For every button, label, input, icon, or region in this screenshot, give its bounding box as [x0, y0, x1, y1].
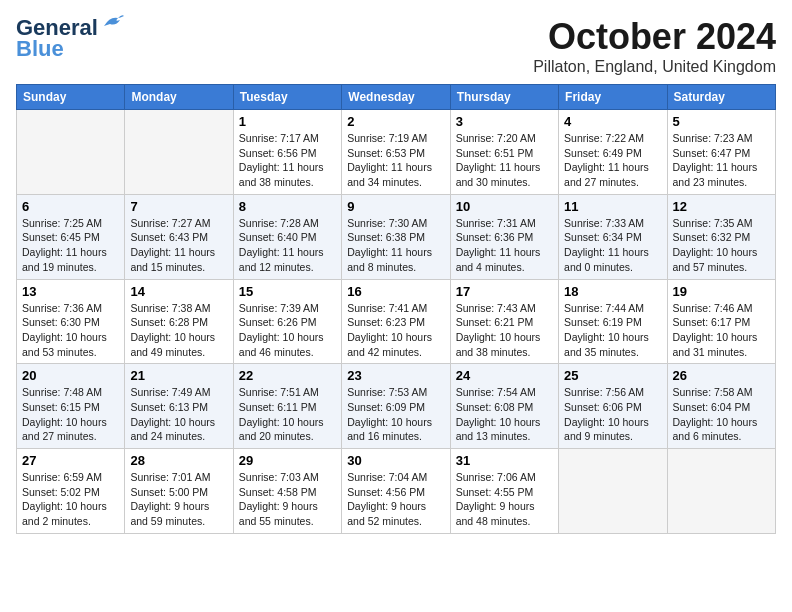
calendar-cell: 22Sunrise: 7:51 AM Sunset: 6:11 PM Dayli…: [233, 364, 341, 449]
day-info: Sunrise: 7:39 AM Sunset: 6:26 PM Dayligh…: [239, 301, 336, 360]
logo-bird-icon: [102, 14, 124, 30]
day-number: 20: [22, 368, 119, 383]
calendar-week-row: 6Sunrise: 7:25 AM Sunset: 6:45 PM Daylig…: [17, 194, 776, 279]
logo-blue: Blue: [16, 36, 64, 62]
calendar-cell: 29Sunrise: 7:03 AM Sunset: 4:58 PM Dayli…: [233, 449, 341, 534]
header-monday: Monday: [125, 85, 233, 110]
calendar-header-row: SundayMondayTuesdayWednesdayThursdayFrid…: [17, 85, 776, 110]
calendar-week-row: 27Sunrise: 6:59 AM Sunset: 5:02 PM Dayli…: [17, 449, 776, 534]
day-info: Sunrise: 7:31 AM Sunset: 6:36 PM Dayligh…: [456, 216, 553, 275]
day-info: Sunrise: 7:44 AM Sunset: 6:19 PM Dayligh…: [564, 301, 661, 360]
calendar-cell: [559, 449, 667, 534]
day-number: 26: [673, 368, 770, 383]
day-info: Sunrise: 7:54 AM Sunset: 6:08 PM Dayligh…: [456, 385, 553, 444]
day-number: 30: [347, 453, 444, 468]
calendar-cell: [125, 110, 233, 195]
day-number: 31: [456, 453, 553, 468]
calendar-cell: 10Sunrise: 7:31 AM Sunset: 6:36 PM Dayli…: [450, 194, 558, 279]
calendar-cell: 9Sunrise: 7:30 AM Sunset: 6:38 PM Daylig…: [342, 194, 450, 279]
calendar-cell: 31Sunrise: 7:06 AM Sunset: 4:55 PM Dayli…: [450, 449, 558, 534]
day-info: Sunrise: 6:59 AM Sunset: 5:02 PM Dayligh…: [22, 470, 119, 529]
day-number: 23: [347, 368, 444, 383]
day-info: Sunrise: 7:38 AM Sunset: 6:28 PM Dayligh…: [130, 301, 227, 360]
header-saturday: Saturday: [667, 85, 775, 110]
day-info: Sunrise: 7:25 AM Sunset: 6:45 PM Dayligh…: [22, 216, 119, 275]
day-number: 8: [239, 199, 336, 214]
day-number: 3: [456, 114, 553, 129]
day-number: 2: [347, 114, 444, 129]
calendar-cell: 17Sunrise: 7:43 AM Sunset: 6:21 PM Dayli…: [450, 279, 558, 364]
calendar-cell: 19Sunrise: 7:46 AM Sunset: 6:17 PM Dayli…: [667, 279, 775, 364]
calendar-cell: 16Sunrise: 7:41 AM Sunset: 6:23 PM Dayli…: [342, 279, 450, 364]
day-info: Sunrise: 7:46 AM Sunset: 6:17 PM Dayligh…: [673, 301, 770, 360]
day-number: 13: [22, 284, 119, 299]
day-info: Sunrise: 7:58 AM Sunset: 6:04 PM Dayligh…: [673, 385, 770, 444]
day-info: Sunrise: 7:35 AM Sunset: 6:32 PM Dayligh…: [673, 216, 770, 275]
calendar-cell: 2Sunrise: 7:19 AM Sunset: 6:53 PM Daylig…: [342, 110, 450, 195]
day-info: Sunrise: 7:17 AM Sunset: 6:56 PM Dayligh…: [239, 131, 336, 190]
day-info: Sunrise: 7:43 AM Sunset: 6:21 PM Dayligh…: [456, 301, 553, 360]
day-number: 1: [239, 114, 336, 129]
calendar-cell: 13Sunrise: 7:36 AM Sunset: 6:30 PM Dayli…: [17, 279, 125, 364]
calendar-cell: [17, 110, 125, 195]
calendar-cell: 23Sunrise: 7:53 AM Sunset: 6:09 PM Dayli…: [342, 364, 450, 449]
calendar-cell: 26Sunrise: 7:58 AM Sunset: 6:04 PM Dayli…: [667, 364, 775, 449]
day-info: Sunrise: 7:36 AM Sunset: 6:30 PM Dayligh…: [22, 301, 119, 360]
day-info: Sunrise: 7:30 AM Sunset: 6:38 PM Dayligh…: [347, 216, 444, 275]
calendar-cell: 27Sunrise: 6:59 AM Sunset: 5:02 PM Dayli…: [17, 449, 125, 534]
day-info: Sunrise: 7:53 AM Sunset: 6:09 PM Dayligh…: [347, 385, 444, 444]
calendar-cell: 18Sunrise: 7:44 AM Sunset: 6:19 PM Dayli…: [559, 279, 667, 364]
day-info: Sunrise: 7:48 AM Sunset: 6:15 PM Dayligh…: [22, 385, 119, 444]
calendar-cell: 28Sunrise: 7:01 AM Sunset: 5:00 PM Dayli…: [125, 449, 233, 534]
day-number: 27: [22, 453, 119, 468]
day-number: 9: [347, 199, 444, 214]
calendar-cell: 11Sunrise: 7:33 AM Sunset: 6:34 PM Dayli…: [559, 194, 667, 279]
day-info: Sunrise: 7:27 AM Sunset: 6:43 PM Dayligh…: [130, 216, 227, 275]
day-info: Sunrise: 7:20 AM Sunset: 6:51 PM Dayligh…: [456, 131, 553, 190]
day-number: 22: [239, 368, 336, 383]
day-number: 11: [564, 199, 661, 214]
day-number: 5: [673, 114, 770, 129]
day-info: Sunrise: 7:04 AM Sunset: 4:56 PM Dayligh…: [347, 470, 444, 529]
calendar-week-row: 20Sunrise: 7:48 AM Sunset: 6:15 PM Dayli…: [17, 364, 776, 449]
day-number: 18: [564, 284, 661, 299]
day-number: 4: [564, 114, 661, 129]
header-thursday: Thursday: [450, 85, 558, 110]
day-info: Sunrise: 7:28 AM Sunset: 6:40 PM Dayligh…: [239, 216, 336, 275]
calendar-table: SundayMondayTuesdayWednesdayThursdayFrid…: [16, 84, 776, 534]
calendar-cell: 3Sunrise: 7:20 AM Sunset: 6:51 PM Daylig…: [450, 110, 558, 195]
day-number: 6: [22, 199, 119, 214]
header-tuesday: Tuesday: [233, 85, 341, 110]
calendar-cell: 25Sunrise: 7:56 AM Sunset: 6:06 PM Dayli…: [559, 364, 667, 449]
title-section: October 2024 Pillaton, England, United K…: [533, 16, 776, 76]
day-info: Sunrise: 7:19 AM Sunset: 6:53 PM Dayligh…: [347, 131, 444, 190]
logo: General Blue: [16, 16, 124, 62]
header-wednesday: Wednesday: [342, 85, 450, 110]
calendar-cell: 20Sunrise: 7:48 AM Sunset: 6:15 PM Dayli…: [17, 364, 125, 449]
day-number: 24: [456, 368, 553, 383]
calendar-cell: 5Sunrise: 7:23 AM Sunset: 6:47 PM Daylig…: [667, 110, 775, 195]
day-number: 29: [239, 453, 336, 468]
day-number: 17: [456, 284, 553, 299]
day-number: 16: [347, 284, 444, 299]
day-info: Sunrise: 7:51 AM Sunset: 6:11 PM Dayligh…: [239, 385, 336, 444]
day-number: 10: [456, 199, 553, 214]
calendar-cell: 4Sunrise: 7:22 AM Sunset: 6:49 PM Daylig…: [559, 110, 667, 195]
calendar-cell: 6Sunrise: 7:25 AM Sunset: 6:45 PM Daylig…: [17, 194, 125, 279]
calendar-cell: [667, 449, 775, 534]
day-number: 25: [564, 368, 661, 383]
day-number: 15: [239, 284, 336, 299]
month-title: October 2024: [533, 16, 776, 58]
calendar-cell: 24Sunrise: 7:54 AM Sunset: 6:08 PM Dayli…: [450, 364, 558, 449]
day-number: 21: [130, 368, 227, 383]
day-number: 19: [673, 284, 770, 299]
day-number: 28: [130, 453, 227, 468]
calendar-cell: 8Sunrise: 7:28 AM Sunset: 6:40 PM Daylig…: [233, 194, 341, 279]
calendar-week-row: 13Sunrise: 7:36 AM Sunset: 6:30 PM Dayli…: [17, 279, 776, 364]
day-info: Sunrise: 7:03 AM Sunset: 4:58 PM Dayligh…: [239, 470, 336, 529]
header-friday: Friday: [559, 85, 667, 110]
day-info: Sunrise: 7:23 AM Sunset: 6:47 PM Dayligh…: [673, 131, 770, 190]
calendar-cell: 30Sunrise: 7:04 AM Sunset: 4:56 PM Dayli…: [342, 449, 450, 534]
day-info: Sunrise: 7:01 AM Sunset: 5:00 PM Dayligh…: [130, 470, 227, 529]
day-number: 7: [130, 199, 227, 214]
